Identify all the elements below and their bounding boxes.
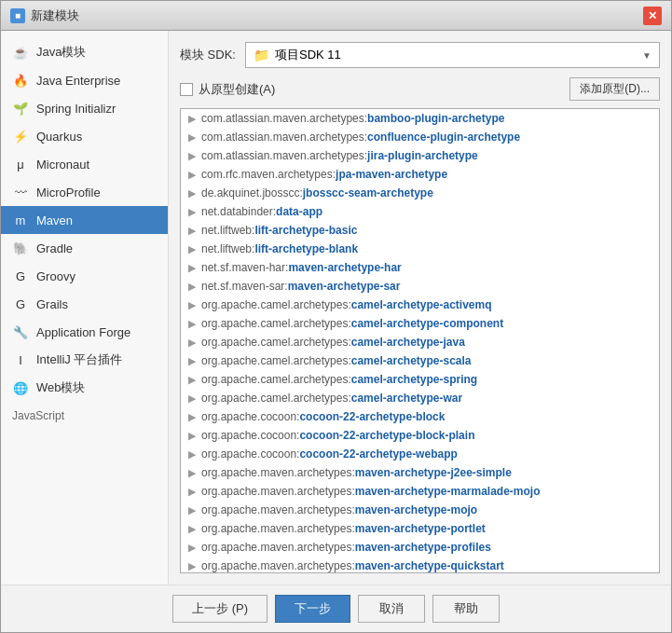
- sidebar-item-groovy[interactable]: GGroovy: [1, 262, 168, 290]
- archetype-group-id: org.apache.camel.archetypes:: [201, 392, 351, 405]
- sdk-dropdown-arrow: ▼: [642, 50, 651, 61]
- archetype-group-id: net.liftweb:: [201, 224, 254, 237]
- archetype-list-item[interactable]: ▶de.akquinet.jbosscc:jbosscc-seam-archet…: [181, 184, 659, 202]
- archetype-list-item[interactable]: ▶org.apache.maven.archetypes:maven-arche…: [181, 463, 659, 482]
- archetype-checkbox-text: 从原型创建(A): [199, 81, 275, 98]
- archetype-list-item[interactable]: ▶net.liftweb:lift-archetype-blank: [181, 240, 659, 258]
- help-button[interactable]: 帮助: [432, 595, 500, 623]
- archetype-artifact-id: camel-archetype-spring: [351, 373, 477, 386]
- archetype-expand-arrow: ▶: [188, 225, 196, 237]
- archetype-checkbox-label[interactable]: 从原型创建(A): [180, 81, 275, 98]
- sidebar-icon-java: ☕: [12, 44, 29, 61]
- archetype-expand-arrow: ▶: [188, 243, 196, 255]
- archetype-list-item[interactable]: ▶net.sf.maven-har:maven-archetype-har: [181, 258, 659, 277]
- archetype-artifact-id: jpa-maven-archetype: [336, 168, 447, 181]
- archetype-list-item[interactable]: ▶net.liftweb:lift-archetype-basic: [181, 221, 659, 240]
- archetype-list-item[interactable]: ▶org.apache.maven.archetypes:maven-arche…: [181, 501, 659, 519]
- archetype-expand-arrow: ▶: [188, 262, 196, 274]
- archetype-list-item[interactable]: ▶net.sf.maven-sar:maven-archetype-sar: [181, 277, 659, 296]
- dialog-icon: ■: [10, 8, 25, 23]
- archetype-list-item[interactable]: ▶org.apache.cocoon:cocoon-22-archetype-b…: [181, 426, 659, 445]
- archetype-artifact-id: maven-archetype-mojo: [355, 503, 477, 516]
- archetype-artifact-id: cocoon-22-archetype-block-plain: [299, 429, 474, 442]
- sidebar-item-spring[interactable]: 🌱Spring Initializr: [1, 94, 168, 122]
- archetype-list-item[interactable]: ▶com.atlassian.maven.archetypes:jira-plu…: [181, 146, 659, 165]
- archetype-list-item[interactable]: ▶org.apache.maven.archetypes:maven-arche…: [181, 519, 659, 538]
- main-content: 模块 SDK: 📁 项目SDK 11 ▼ 从原型创建(A) 添加原型(D)...: [169, 31, 671, 585]
- sidebar-item-microprofile[interactable]: 〰MicroProfile: [1, 178, 168, 206]
- sidebar-item-gradle[interactable]: 🐘Gradle: [1, 234, 168, 262]
- sidebar-item-java-enterprise[interactable]: 🔥Java Enterprise: [1, 66, 168, 94]
- archetype-expand-arrow: ▶: [188, 523, 196, 535]
- close-button[interactable]: ✕: [643, 7, 662, 25]
- sdk-select[interactable]: 📁 项目SDK 11 ▼: [245, 42, 660, 68]
- sidebar-icon-grails: G: [12, 296, 29, 312]
- archetype-expand-arrow: ▶: [188, 318, 196, 330]
- dialog-title: 新建模块: [31, 7, 79, 24]
- archetype-list-item[interactable]: ▶org.apache.camel.archetypes:camel-arche…: [181, 314, 659, 333]
- archetype-list-item[interactable]: ▶com.atlassian.maven.archetypes:bamboo-p…: [181, 109, 659, 128]
- archetype-group-id: org.apache.maven.archetypes:: [201, 559, 355, 572]
- add-archetype-button[interactable]: 添加原型(D)...: [569, 77, 660, 101]
- archetype-group-id: net.databinder:: [201, 205, 276, 218]
- archetype-expand-arrow: ▶: [188, 486, 196, 498]
- archetype-group-id: org.apache.cocoon:: [201, 410, 299, 423]
- prev-button[interactable]: 上一步 (P): [172, 595, 267, 623]
- sidebar-item-java[interactable]: ☕Java模块: [1, 38, 168, 66]
- sdk-row: 模块 SDK: 📁 项目SDK 11 ▼: [180, 42, 660, 68]
- archetype-list-item[interactable]: ▶org.apache.maven.archetypes:maven-arche…: [181, 557, 659, 573]
- archetype-group-id: com.rfc.maven.archetypes:: [201, 168, 336, 181]
- archetype-list-item[interactable]: ▶com.rfc.maven.archetypes:jpa-maven-arch…: [181, 165, 659, 184]
- archetype-list-item[interactable]: ▶org.apache.cocoon:cocoon-22-archetype-w…: [181, 445, 659, 463]
- archetype-group-id: de.akquinet.jbosscc:: [201, 186, 303, 200]
- archetype-group-id: org.apache.cocoon:: [201, 429, 299, 442]
- cancel-button[interactable]: 取消: [358, 595, 425, 623]
- sidebar-label-maven: Maven: [36, 213, 73, 227]
- sidebar-item-intellij[interactable]: IIntelliJ 平台插件: [1, 346, 168, 374]
- sidebar-label-micronaut: Micronaut: [36, 158, 89, 172]
- archetype-group-id: net.sf.maven-har:: [201, 261, 288, 274]
- archetype-list-item[interactable]: ▶com.atlassian.maven.archetypes:confluen…: [181, 128, 659, 146]
- archetype-artifact-id: maven-archetype-portlet: [355, 522, 486, 535]
- next-button[interactable]: 下一步: [275, 595, 350, 623]
- archetype-checkbox[interactable]: [180, 83, 193, 96]
- archetype-expand-arrow: ▶: [188, 448, 196, 461]
- dialog-body: ☕Java模块🔥Java Enterprise🌱Spring Initializ…: [1, 31, 671, 585]
- sidebar-item-web[interactable]: 🌐Web模块: [1, 374, 168, 402]
- sidebar-label-intellij: IntelliJ 平台插件: [36, 351, 122, 368]
- archetype-list-item[interactable]: ▶org.apache.maven.archetypes:maven-arche…: [181, 538, 659, 557]
- archetype-artifact-id: camel-archetype-activemq: [351, 298, 492, 311]
- sidebar-item-grails[interactable]: GGrails: [1, 290, 168, 318]
- archetype-list-item[interactable]: ▶net.databinder:data-app: [181, 202, 659, 221]
- archetype-list-item[interactable]: ▶org.apache.camel.archetypes:camel-arche…: [181, 370, 659, 389]
- archetype-list-item[interactable]: ▶org.apache.camel.archetypes:camel-arche…: [181, 296, 659, 314]
- archetype-list-item[interactable]: ▶org.apache.camel.archetypes:camel-arche…: [181, 333, 659, 351]
- archetype-list-item[interactable]: ▶org.apache.camel.archetypes:camel-arche…: [181, 351, 659, 370]
- archetype-artifact-id: maven-archetype-quickstart: [355, 559, 504, 572]
- archetype-expand-arrow: ▶: [188, 355, 196, 367]
- archetype-artifact-id: lift-archetype-basic: [254, 224, 357, 237]
- archetype-artifact-id: camel-archetype-component: [351, 317, 503, 330]
- archetype-artifact-id: confluence-plugin-archetype: [367, 131, 520, 144]
- sidebar-item-quarkus[interactable]: ⚡Quarkus: [1, 122, 168, 150]
- archetype-expand-arrow: ▶: [188, 206, 196, 218]
- sidebar-label-grails: Grails: [36, 297, 68, 311]
- archetype-group-id: org.apache.camel.archetypes:: [201, 317, 351, 330]
- sidebar-label-spring: Spring Initializr: [36, 102, 116, 116]
- archetype-list-item[interactable]: ▶org.apache.cocoon:cocoon-22-archetype-b…: [181, 407, 659, 426]
- sidebar-section-javascript[interactable]: JavaScript: [1, 406, 168, 426]
- sidebar-item-appforge[interactable]: 🔧Application Forge: [1, 318, 168, 346]
- sidebar-icon-appforge: 🔧: [12, 323, 29, 340]
- archetype-expand-arrow: ▶: [188, 281, 196, 293]
- title-bar-left: ■ 新建模块: [10, 7, 79, 24]
- sidebar-item-maven[interactable]: mMaven: [1, 206, 168, 234]
- footer: 上一步 (P) 下一步 取消 帮助: [1, 585, 671, 632]
- archetype-artifact-id: jira-plugin-archetype: [367, 149, 478, 162]
- sidebar-item-micronaut[interactable]: μMicronaut: [1, 150, 168, 178]
- archetype-list-item[interactable]: ▶org.apache.maven.archetypes:maven-arche…: [181, 482, 659, 501]
- archetype-artifact-id: maven-archetype-sar: [288, 280, 401, 293]
- archetype-list[interactable]: ▶com.atlassian.maven.archetypes:bamboo-p…: [180, 108, 660, 573]
- archetype-list-item[interactable]: ▶org.apache.camel.archetypes:camel-arche…: [181, 389, 659, 407]
- archetype-group-id: net.sf.maven-sar:: [201, 280, 288, 293]
- archetype-artifact-id: maven-archetype-har: [288, 261, 401, 274]
